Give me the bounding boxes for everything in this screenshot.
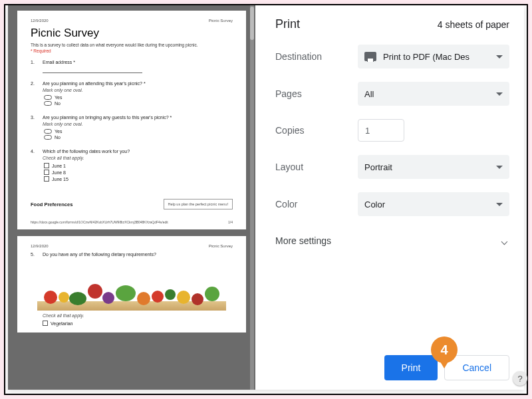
checkbox-icon	[43, 321, 48, 326]
more-settings-toggle[interactable]: More settings ⌵	[275, 229, 509, 252]
print-preview-pane: 12/9/2020 Picnic Survey Picnic Survey Th…	[8, 5, 255, 390]
print-button[interactable]: Print	[384, 355, 438, 380]
q2-opt-yes: Yes	[55, 95, 62, 100]
help-icon[interactable]: ?	[513, 371, 527, 386]
destination-label: Destination	[275, 51, 358, 62]
chevron-down-icon	[496, 166, 503, 169]
checkbox-icon	[44, 170, 49, 175]
preview-scrollbar[interactable]	[250, 5, 254, 390]
color-select[interactable]: Color	[358, 192, 509, 216]
copies-input[interactable]: 1	[358, 119, 404, 142]
chevron-down-icon	[496, 92, 503, 96]
layout-select[interactable]: Portrait	[358, 155, 509, 179]
preview-page-2: 12/9/2020 Picnic Survey 5. Do you have a…	[17, 236, 246, 332]
oval-icon	[44, 135, 52, 140]
q3-sub: Mark only one oval.	[43, 122, 233, 126]
page-doc-title: Picnic Survey	[209, 19, 233, 23]
print-dialog: 12/9/2020 Picnic Survey Picnic Survey Th…	[8, 5, 524, 390]
q5-opt-vegetarian: Vegetarian	[51, 321, 72, 326]
color-value: Color	[364, 200, 385, 209]
pages-value: All	[364, 89, 374, 99]
q3-opt-yes: Yes	[55, 129, 62, 134]
color-label: Color	[275, 199, 358, 209]
form-title: Picnic Survey	[31, 27, 233, 40]
q2-text: Are you planning on attending this year'…	[43, 81, 233, 86]
printer-icon	[364, 52, 376, 61]
q3-text: Are you planning on bringing any guests …	[43, 115, 233, 120]
destination-select[interactable]: Print to PDF (Mac Des	[358, 45, 509, 68]
q4-text: Which of the following dates work for yo…	[43, 149, 233, 154]
q4-opt-2: June 8	[52, 170, 66, 175]
q1-text: Email address *	[43, 60, 233, 65]
oval-icon	[44, 95, 52, 100]
page-date: 12/9/2020	[31, 244, 49, 248]
checkbox-icon	[44, 163, 49, 168]
page-doc-title: Picnic Survey	[209, 244, 233, 248]
pages-label: Pages	[275, 88, 358, 99]
destination-value: Print to PDF (Mac Des	[383, 52, 469, 62]
q5-text: Do you have any of the following dietary…	[43, 252, 233, 257]
q5-num: 5.	[31, 252, 37, 259]
print-title: Print	[275, 17, 300, 31]
layout-label: Layout	[275, 162, 358, 172]
preview-page-1: 12/9/2020 Picnic Survey Picnic Survey Th…	[17, 11, 246, 229]
q5-sub: Check all that apply.	[43, 313, 233, 318]
layout-value: Portrait	[364, 162, 392, 172]
chevron-down-icon	[496, 203, 503, 206]
page-date: 12/9/2020	[31, 19, 49, 23]
print-settings-pane: Print 4 sheets of paper Destination Prin…	[255, 5, 524, 390]
oval-icon	[44, 101, 52, 106]
q4-opt-1: June 1	[52, 164, 66, 168]
chevron-down-icon	[496, 55, 503, 59]
required-note: * Required	[31, 49, 233, 53]
q4-sub: Check all that apply.	[43, 156, 233, 160]
copies-label: Copies	[275, 125, 358, 136]
email-input-line	[43, 66, 142, 73]
checkbox-icon	[44, 176, 49, 182]
cancel-button[interactable]: Cancel	[444, 355, 509, 380]
q2-opt-no: No	[55, 101, 61, 106]
q4-num: 4.	[31, 149, 37, 183]
page-number: 1/4	[228, 220, 233, 224]
chevron-down-icon: ⌵	[501, 233, 508, 248]
more-settings-label: More settings	[275, 235, 331, 246]
q1-num: 1.	[31, 60, 37, 73]
section-label: Food Preferences	[31, 201, 72, 207]
q3-opt-no: No	[55, 135, 61, 140]
copies-value: 1	[365, 126, 370, 136]
q2-sub: Mark only one oval.	[43, 88, 233, 92]
q4-opt-3: June 15	[52, 177, 68, 182]
fruit-image	[37, 269, 226, 311]
q3-num: 3.	[31, 115, 37, 141]
q2-num: 2.	[31, 81, 37, 107]
form-description: This is a survey to collect data on what…	[31, 43, 233, 47]
oval-icon	[44, 129, 52, 134]
page-url: https://docs.google.com/forms/d/1OCzwNI4…	[31, 220, 168, 224]
step-callout-4: 4	[431, 336, 458, 363]
pages-select[interactable]: All	[358, 82, 509, 106]
sheets-count: 4 sheets of paper	[438, 19, 509, 30]
section-hint: Help us plan the perfect picnic menu!	[164, 199, 233, 209]
